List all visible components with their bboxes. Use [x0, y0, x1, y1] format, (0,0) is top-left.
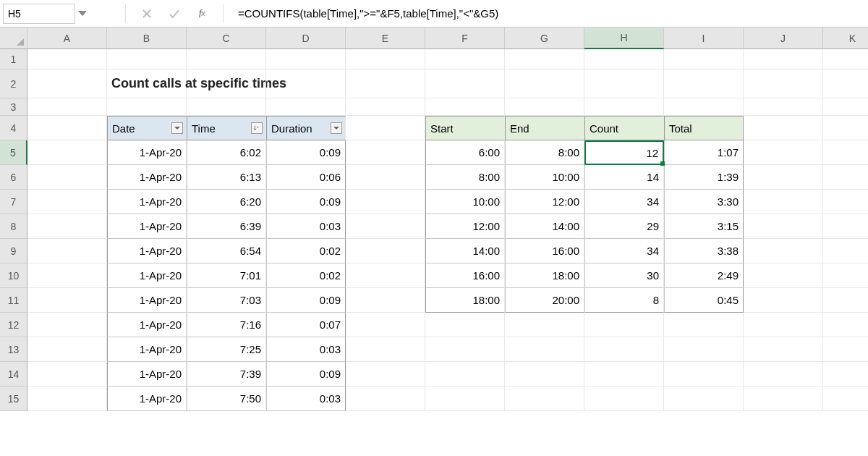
- row-header-8[interactable]: 8: [0, 214, 27, 239]
- cell-H14[interactable]: [584, 362, 664, 387]
- cell-E15[interactable]: [346, 387, 425, 411]
- cell-J10[interactable]: [744, 263, 823, 288]
- cell-J9[interactable]: [744, 239, 823, 263]
- table1-cell-date-9[interactable]: 1-Apr-20: [107, 362, 187, 387]
- cell-A14[interactable]: [27, 362, 107, 387]
- table2-cell-start-6[interactable]: 18:00: [425, 288, 505, 313]
- row-header-5[interactable]: 5: [0, 140, 27, 165]
- cell-I14[interactable]: [664, 362, 744, 387]
- table2-cell-start-2[interactable]: 10:00: [425, 190, 505, 214]
- active-cell[interactable]: 12: [584, 140, 664, 165]
- cell-C3[interactable]: [187, 98, 266, 116]
- row-header-11[interactable]: 11: [0, 288, 27, 313]
- table2-cell-end-5[interactable]: 18:00: [505, 263, 584, 288]
- cell-E12[interactable]: [346, 313, 425, 337]
- cell-A13[interactable]: [27, 337, 107, 362]
- cell-E10[interactable]: [346, 263, 425, 288]
- table2-cell-end-6[interactable]: 20:00: [505, 288, 584, 313]
- table1-cell-time-3[interactable]: 6:39: [187, 214, 266, 239]
- cell-I12[interactable]: [664, 313, 744, 337]
- cell-J13[interactable]: [744, 337, 823, 362]
- cell-E11[interactable]: [346, 288, 425, 313]
- cell-E2[interactable]: [346, 69, 425, 98]
- column-header-A[interactable]: A: [27, 28, 107, 49]
- cell-K3[interactable]: [823, 98, 868, 116]
- cell-E8[interactable]: [346, 214, 425, 239]
- cell-H15[interactable]: [584, 387, 664, 411]
- cell-B3[interactable]: [107, 98, 187, 116]
- table2-cell-total-0[interactable]: 1:07: [664, 140, 744, 165]
- table1-cell-time-4[interactable]: 6:54: [187, 239, 266, 263]
- cell-A2[interactable]: [27, 69, 107, 98]
- column-header-K[interactable]: K: [823, 28, 868, 49]
- table1-filter-duration[interactable]: [331, 122, 342, 134]
- table1-cell-date-4[interactable]: 1-Apr-20: [107, 239, 187, 263]
- cell-A5[interactable]: [27, 140, 107, 165]
- enter-button[interactable]: [163, 3, 185, 25]
- table1-cell-time-10[interactable]: 7:50: [187, 387, 266, 411]
- cell-E6[interactable]: [346, 165, 425, 190]
- cell-J7[interactable]: [744, 190, 823, 214]
- cell-K10[interactable]: [823, 263, 868, 288]
- column-header-F[interactable]: F: [425, 28, 505, 49]
- cell-A3[interactable]: [27, 98, 107, 116]
- column-header-I[interactable]: I: [664, 28, 744, 49]
- row-header-2[interactable]: 2: [0, 69, 27, 98]
- cell-E3[interactable]: [346, 98, 425, 116]
- row-header-13[interactable]: 13: [0, 337, 27, 362]
- cell-C1[interactable]: [187, 49, 266, 69]
- table1-cell-date-7[interactable]: 1-Apr-20: [107, 313, 187, 337]
- cell-E13[interactable]: [346, 337, 425, 362]
- cancel-button[interactable]: [136, 3, 158, 25]
- cell-A10[interactable]: [27, 263, 107, 288]
- table1-cell-date-5[interactable]: 1-Apr-20: [107, 263, 187, 288]
- table1-cell-time-2[interactable]: 6:20: [187, 190, 266, 214]
- table2-header-end[interactable]: End: [505, 116, 584, 140]
- table1-cell-time-1[interactable]: 6:13: [187, 165, 266, 190]
- table2-header-start[interactable]: Start: [425, 116, 505, 140]
- table2-cell-count-4[interactable]: 34: [584, 239, 664, 263]
- cell-J14[interactable]: [744, 362, 823, 387]
- table2-cell-count-2[interactable]: 34: [584, 190, 664, 214]
- cell-I3[interactable]: [664, 98, 744, 116]
- cell-G14[interactable]: [505, 362, 584, 387]
- cell-G1[interactable]: [505, 49, 584, 69]
- table1-cell-dur-9[interactable]: 0:09: [266, 362, 346, 387]
- cell-K11[interactable]: [823, 288, 868, 313]
- table2-header-total[interactable]: Total: [664, 116, 744, 140]
- table1-filter-time[interactable]: [251, 122, 263, 134]
- cell-J6[interactable]: [744, 165, 823, 190]
- table2-cell-end-4[interactable]: 16:00: [505, 239, 584, 263]
- row-header-7[interactable]: 7: [0, 190, 27, 214]
- column-header-H[interactable]: H: [584, 28, 664, 49]
- table1-cell-time-8[interactable]: 7:25: [187, 337, 266, 362]
- cell-H1[interactable]: [584, 49, 664, 69]
- table1-header-time[interactable]: Time: [187, 116, 266, 140]
- table2-cell-start-1[interactable]: 8:00: [425, 165, 505, 190]
- table2-cell-total-4[interactable]: 3:38: [664, 239, 744, 263]
- insert-function-button[interactable]: fx: [191, 3, 213, 25]
- table2-cell-total-2[interactable]: 3:30: [664, 190, 744, 214]
- table1-cell-dur-3[interactable]: 0:03: [266, 214, 346, 239]
- cell-E9[interactable]: [346, 239, 425, 263]
- cell-K13[interactable]: [823, 337, 868, 362]
- cell-K4[interactable]: [823, 116, 868, 140]
- cell-J12[interactable]: [744, 313, 823, 337]
- cell-K8[interactable]: [823, 214, 868, 239]
- table2-cell-count-5[interactable]: 30: [584, 263, 664, 288]
- table1-cell-date-1[interactable]: 1-Apr-20: [107, 165, 187, 190]
- table1-cell-date-3[interactable]: 1-Apr-20: [107, 214, 187, 239]
- table1-cell-date-8[interactable]: 1-Apr-20: [107, 337, 187, 362]
- name-box[interactable]: H5: [3, 4, 75, 24]
- column-header-E[interactable]: E: [346, 28, 425, 49]
- cell-C2[interactable]: [187, 69, 266, 98]
- cell-K14[interactable]: [823, 362, 868, 387]
- table2-cell-total-5[interactable]: 2:49: [664, 263, 744, 288]
- table2-cell-start-3[interactable]: 12:00: [425, 214, 505, 239]
- table2-cell-total-6[interactable]: 0:45: [664, 288, 744, 313]
- table2-cell-count-3[interactable]: 29: [584, 214, 664, 239]
- cell-K7[interactable]: [823, 190, 868, 214]
- cell-A15[interactable]: [27, 387, 107, 411]
- table2-cell-end-0[interactable]: 8:00: [505, 140, 584, 165]
- cell-E4[interactable]: [346, 116, 425, 140]
